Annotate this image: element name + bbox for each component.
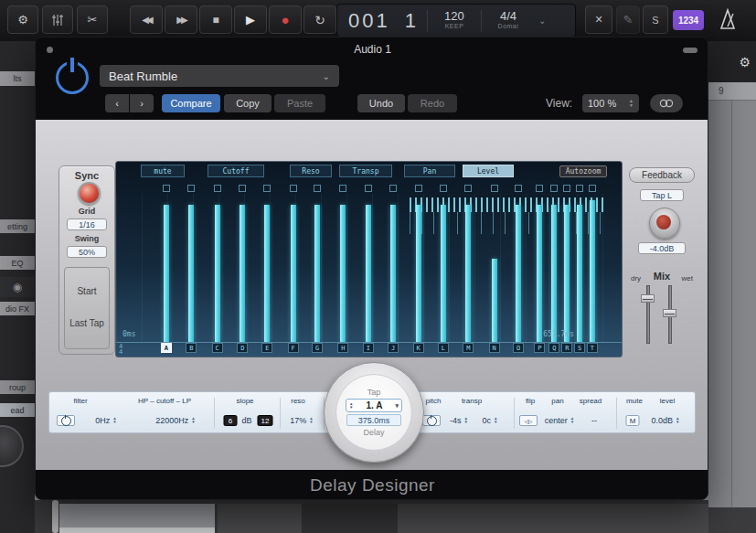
tap-letter-C[interactable]: C: [212, 343, 223, 353]
tap-bar-T[interactable]: [590, 200, 595, 342]
spread-value[interactable]: --: [591, 414, 597, 427]
pan-stepper[interactable]: center▲▼: [545, 414, 574, 427]
tap-selector-dropdown[interactable]: ▲▼ 1. A ▾: [346, 399, 402, 412]
redo-button[interactable]: Redo: [408, 94, 457, 112]
tap-letter-B[interactable]: B: [186, 343, 197, 353]
tap-letter-T[interactable]: T: [587, 343, 598, 353]
tap-bar-H[interactable]: [340, 205, 346, 342]
tap-bar-R[interactable]: [564, 205, 570, 342]
tap-letter-K[interactable]: K: [413, 343, 424, 353]
reso-stepper[interactable]: 17%▲▼: [290, 414, 313, 427]
preset-next-button[interactable]: ›: [130, 94, 154, 112]
tap-bar-S[interactable]: [577, 205, 582, 342]
flip-button[interactable]: ◁▷: [519, 414, 538, 427]
paste-button[interactable]: Paste: [274, 94, 325, 112]
forward-button[interactable]: ▶▶: [165, 5, 197, 34]
mute-button[interactable]: M: [626, 414, 640, 427]
tap-bar-M[interactable]: [465, 205, 471, 342]
eye-icon[interactable]: ◉: [0, 277, 35, 297]
last-tap-button[interactable]: Last Tap: [65, 318, 109, 328]
tap-bar-A[interactable]: [164, 205, 169, 342]
compare-button[interactable]: Compare: [162, 94, 220, 112]
tap-bar-K[interactable]: [416, 205, 421, 342]
pitch-cents-stepper[interactable]: 0c▲▼: [483, 414, 498, 427]
lp-cutoff-stepper[interactable]: 22000Hz▲▼: [155, 414, 196, 427]
pitch-power-button[interactable]: [422, 414, 441, 427]
cycle-button[interactable]: ↻: [303, 5, 336, 34]
feedback-value[interactable]: -4.0dB: [638, 242, 686, 254]
ruler[interactable]: 9: [708, 82, 756, 101]
tap-bar-P[interactable]: [537, 205, 542, 342]
link-button[interactable]: [650, 94, 683, 112]
tap-letter-M[interactable]: M: [463, 343, 474, 353]
tap-letter-S[interactable]: S: [574, 343, 585, 353]
tap-letter-R[interactable]: R: [561, 343, 572, 353]
mixer-sliders-icon[interactable]: [42, 5, 73, 34]
track-region[interactable]: [59, 504, 215, 533]
sync-knob[interactable]: [78, 182, 101, 205]
tap-letter-J[interactable]: J: [388, 343, 399, 353]
lcd-tempo[interactable]: 120 KEEP: [428, 11, 481, 31]
copy-button[interactable]: Copy: [224, 94, 272, 112]
tool-scissors-button[interactable]: ✂: [77, 5, 108, 34]
tap-bar-B[interactable]: [188, 205, 194, 342]
tap-letter-I[interactable]: I: [363, 343, 374, 353]
plugin-power-button[interactable]: [56, 61, 89, 94]
undo-button[interactable]: Undo: [357, 94, 405, 112]
metronome-button[interactable]: [719, 7, 742, 37]
no-input-button[interactable]: ✕: [585, 5, 612, 34]
tap-letter-A[interactable]: A: [161, 343, 172, 353]
lcd-display[interactable]: 001 1 120 KEEP 4/4 Domai ⌄: [336, 4, 576, 37]
level-stepper[interactable]: 0.0dB▲▼: [652, 414, 680, 427]
tap-letter-H[interactable]: H: [337, 343, 348, 353]
slope-6db-button[interactable]: 6: [224, 414, 238, 427]
tap-letter-N[interactable]: N: [489, 343, 500, 353]
tap-delay-time[interactable]: 375.0ms: [346, 414, 401, 426]
solo-button[interactable]: S: [643, 5, 668, 34]
window-close-button[interactable]: [47, 47, 53, 53]
dry-slider-handle[interactable]: [641, 294, 655, 303]
feedback-button[interactable]: Feedback: [629, 167, 695, 183]
tap-bar-O[interactable]: [516, 205, 521, 342]
track-header-gear[interactable]: ⚙: [708, 41, 756, 82]
tap-bar-Q[interactable]: [551, 205, 557, 342]
view-zoom-stepper[interactable]: 100 % ▲▼: [582, 94, 639, 112]
slope-12db-button[interactable]: 12: [258, 414, 273, 427]
tap-bar-C[interactable]: [215, 205, 220, 342]
tap-letter-O[interactable]: O: [513, 343, 524, 353]
tap-bar-F[interactable]: [291, 205, 296, 342]
tap-letter-L[interactable]: L: [438, 343, 449, 353]
scrollbar[interactable]: [52, 500, 59, 533]
count-in-badge[interactable]: 1234: [673, 10, 704, 30]
tap-bar-G[interactable]: [314, 205, 320, 342]
preset-prev-button[interactable]: ‹: [105, 94, 129, 112]
tap-letter-Q[interactable]: Q: [548, 343, 559, 353]
feedback-tap-selector[interactable]: Tap L: [640, 189, 684, 201]
play-button[interactable]: ▶: [234, 5, 267, 34]
feedback-knob[interactable]: [649, 208, 680, 239]
pitch-semitones-stepper[interactable]: -4s▲▼: [450, 414, 468, 427]
stop-button[interactable]: ■: [199, 5, 232, 34]
tap-letter-P[interactable]: P: [534, 343, 545, 353]
wet-slider-handle[interactable]: [663, 309, 676, 317]
tap-bar-J[interactable]: [390, 205, 396, 342]
tap-letter-G[interactable]: G: [312, 343, 323, 353]
tap-bar-D[interactable]: [240, 205, 245, 342]
tap-bar-L[interactable]: [441, 205, 446, 342]
tap-bar-I[interactable]: [366, 205, 371, 342]
tap-bar-E[interactable]: [264, 205, 270, 342]
settings-gear-icon[interactable]: ⚙: [7, 5, 38, 34]
lcd-chevron-down-icon[interactable]: ⌄: [538, 16, 546, 26]
start-button[interactable]: Start: [65, 286, 109, 296]
preset-dropdown[interactable]: Beat Rumble ⌄: [100, 65, 339, 87]
tap-letter-D[interactable]: D: [237, 343, 248, 353]
track-lane[interactable]: [218, 504, 708, 533]
tap-letter-E[interactable]: E: [261, 343, 272, 353]
window-control[interactable]: [683, 48, 697, 53]
pencil-tool-button[interactable]: ✎: [616, 5, 640, 34]
swing-value[interactable]: 50%: [67, 246, 107, 258]
record-button[interactable]: ●: [269, 5, 302, 34]
tap-bar-N[interactable]: [492, 259, 497, 342]
tap-letter-F[interactable]: F: [288, 343, 299, 353]
grid-value[interactable]: 1/16: [67, 219, 107, 230]
